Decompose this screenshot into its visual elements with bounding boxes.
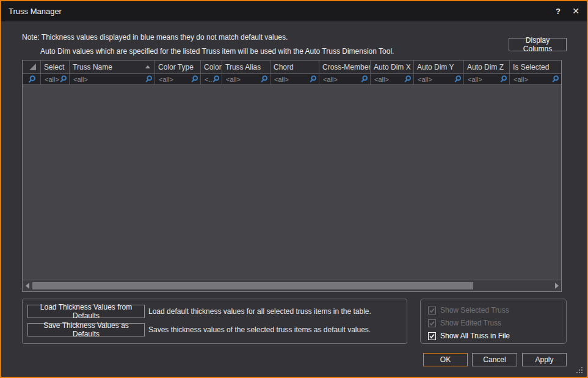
checkbox-label: Show Edited Truss	[440, 319, 501, 327]
search-icon[interactable]	[59, 75, 67, 83]
show-edited-truss-checkbox: Show Edited Truss	[428, 318, 501, 328]
sort-ascending-icon	[145, 65, 150, 68]
column-header-color-type[interactable]: Color Type	[155, 60, 201, 73]
cancel-button[interactable]: Cancel	[472, 353, 517, 366]
filter-truss-alias-input[interactable]: <all>	[222, 74, 270, 84]
select-all-corner-icon	[29, 64, 36, 70]
checkbox-checked-icon	[428, 332, 436, 340]
column-header-chord[interactable]: Chord	[270, 60, 319, 73]
column-header-truss-name[interactable]: Truss Name	[70, 60, 155, 73]
note-text: Note: Thickness values displayed in blue…	[22, 31, 394, 59]
search-icon[interactable]	[404, 75, 412, 83]
arrow-right-icon	[555, 283, 559, 289]
filter-is-selected-input[interactable]: <all>	[510, 74, 561, 84]
save-thickness-description: Saves thickness values of the selected t…	[148, 323, 371, 336]
thickness-defaults-panel: Load Thickness Values from Defaults Load…	[22, 299, 407, 344]
scrollbar-thumb[interactable]	[32, 282, 473, 289]
column-header-color[interactable]: Color	[201, 60, 222, 73]
filter-chord-input[interactable]: <all>	[270, 74, 319, 84]
column-header-auto-dim-z[interactable]: Auto Dim Z	[464, 60, 510, 73]
search-icon[interactable]	[454, 75, 462, 83]
scroll-left-button[interactable]	[23, 280, 32, 291]
horizontal-scrollbar[interactable]	[23, 280, 561, 291]
grid-empty-body	[23, 85, 561, 280]
window-title: Truss Manager	[9, 1, 62, 21]
column-header-truss-alias[interactable]: Truss Alias	[222, 60, 270, 73]
grid-header-row: Select Truss Name Color Type Color Truss…	[23, 60, 561, 73]
search-icon[interactable]	[191, 75, 198, 83]
titlebar[interactable]: Truss Manager ? ✕	[1, 1, 587, 21]
help-icon: ?	[556, 7, 561, 16]
checkbox-checked-icon	[428, 319, 436, 327]
checkbox-label: Show Selected Truss	[440, 306, 509, 314]
search-icon[interactable]	[499, 75, 507, 83]
search-icon[interactable]	[212, 75, 220, 83]
search-icon[interactable]	[551, 75, 559, 83]
scroll-right-button[interactable]	[552, 280, 561, 291]
filter-auto-dim-z-input[interactable]: <all>	[464, 74, 510, 84]
filter-auto-dim-y-input[interactable]: <all>	[414, 74, 464, 84]
show-selected-truss-checkbox: Show Selected Truss	[428, 305, 509, 315]
filter-select-input[interactable]: <all>	[41, 74, 70, 84]
load-thickness-description: Load default thickness values for all se…	[148, 305, 371, 318]
filter-cross-member-input[interactable]: <all>	[319, 74, 371, 84]
close-icon: ✕	[572, 6, 579, 16]
column-header-row-indicator[interactable]	[23, 60, 41, 73]
show-options-panel: Show Selected Truss Show Edited Truss Sh…	[420, 299, 567, 344]
load-thickness-defaults-button[interactable]: Load Thickness Values from Defaults	[27, 305, 145, 318]
help-button[interactable]: ?	[551, 1, 565, 21]
grid-filter-row: <all> <all> <all> <... <all> <all> <all>…	[23, 73, 561, 85]
filter-color-type-input[interactable]: <all>	[155, 74, 201, 84]
arrow-left-icon	[26, 283, 29, 289]
note-line-1: Note: Thickness values displayed in blue…	[22, 31, 394, 45]
filter-row-indicator[interactable]	[23, 74, 41, 84]
note-line-2: Auto Dim values which are specified for …	[22, 45, 394, 59]
show-all-truss-in-file-checkbox[interactable]: Show All Truss in File	[428, 331, 510, 341]
search-icon[interactable]	[360, 75, 368, 83]
filter-auto-dim-x-input[interactable]: <all>	[371, 74, 414, 84]
apply-button[interactable]: Apply	[522, 353, 567, 366]
column-header-auto-dim-x[interactable]: Auto Dim X	[371, 60, 414, 73]
filter-color-input[interactable]: <...	[201, 74, 222, 84]
ok-button[interactable]: OK	[423, 353, 468, 366]
resize-grip[interactable]	[576, 366, 583, 373]
checkbox-label: Show All Truss in File	[440, 332, 510, 340]
search-icon	[27, 75, 36, 84]
save-thickness-defaults-button[interactable]: Save Thickness Values as Defaults	[27, 323, 145, 336]
truss-grid: Select Truss Name Color Type Color Truss…	[22, 60, 562, 292]
checkbox-checked-icon	[428, 307, 436, 314]
column-header-cross-member[interactable]: Cross-Member	[319, 60, 371, 73]
search-icon[interactable]	[309, 75, 317, 83]
filter-truss-name-input[interactable]: <all>	[70, 74, 155, 84]
column-header-auto-dim-y[interactable]: Auto Dim Y	[414, 60, 464, 73]
truss-manager-dialog: Truss Manager ? ✕ Note: Thickness values…	[0, 0, 588, 378]
column-header-select[interactable]: Select	[41, 60, 70, 73]
column-header-is-selected[interactable]: Is Selected	[510, 60, 561, 73]
close-button[interactable]: ✕	[568, 1, 584, 21]
display-columns-button[interactable]: Display Columns	[509, 38, 567, 51]
search-icon[interactable]	[145, 75, 153, 83]
search-icon[interactable]	[260, 75, 268, 83]
